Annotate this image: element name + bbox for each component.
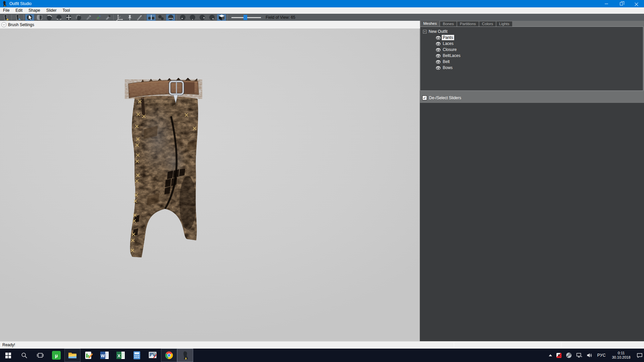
tree-item-label[interactable]: Bows: [442, 65, 453, 70]
kaspersky-icon[interactable]: K: [556, 353, 561, 358]
toggle-connected-only-button[interactable]: [156, 14, 165, 21]
utorrent-button[interactable]: µ: [48, 349, 64, 362]
camera-left-button[interactable]: [198, 14, 207, 21]
tree-item-label[interactable]: Closure: [442, 47, 458, 52]
tab-lights[interactable]: Lights: [496, 21, 512, 26]
file-explorer-button[interactable]: [64, 349, 80, 362]
deflate-brush-button[interactable]: [54, 14, 63, 21]
toolbar-separator: [176, 14, 177, 20]
tree-item-closure[interactable]: Closure: [420, 47, 643, 53]
taskbar: µ: [0, 349, 644, 362]
toolbar-separator: [145, 14, 145, 20]
search-button[interactable]: [16, 349, 32, 362]
save-project-button[interactable]: [13, 14, 22, 21]
word-button[interactable]: W: [97, 349, 113, 362]
restore-button[interactable]: [614, 0, 629, 7]
vertex-tool-button[interactable]: [135, 14, 144, 21]
menu-tool[interactable]: Tool: [59, 7, 73, 13]
hidden-icons-chevron[interactable]: [549, 354, 552, 356]
clock-time: 0:11: [610, 351, 632, 355]
menu-bar: File Edit Shape Slider Tool: [0, 7, 644, 13]
utorrent-icon: µ: [52, 351, 61, 360]
tree-item-label[interactable]: Laces: [442, 41, 454, 46]
network-icon[interactable]: [576, 352, 582, 358]
menu-slider[interactable]: Slider: [43, 7, 60, 13]
steam-icon[interactable]: [566, 352, 572, 358]
viewport-3d[interactable]: [0, 28, 420, 341]
transform-tool-button[interactable]: [115, 14, 124, 21]
tab-meshes[interactable]: Meshes: [421, 21, 439, 26]
menu-edit[interactable]: Edit: [12, 7, 25, 13]
eye-icon[interactable]: [436, 54, 441, 58]
checkbox-checked-icon[interactable]: ✓: [422, 96, 427, 100]
eye-icon[interactable]: [436, 60, 441, 64]
pin-tool-button[interactable]: [125, 14, 134, 21]
svg-text:X: X: [117, 353, 120, 358]
camera-back-button[interactable]: [188, 14, 197, 21]
close-button[interactable]: [629, 0, 644, 7]
clock[interactable]: 0:11 30.10.2018: [610, 351, 632, 360]
image-viewer-button[interactable]: [145, 349, 161, 362]
camera-right-button[interactable]: [207, 14, 216, 21]
camera-front-button[interactable]: [178, 14, 187, 21]
minimize-button[interactable]: [599, 0, 614, 7]
inflate-brush-button[interactable]: [45, 14, 54, 21]
smooth-brush-button[interactable]: [74, 14, 83, 21]
move-brush-button[interactable]: [64, 14, 73, 21]
eye-icon[interactable]: [436, 48, 441, 52]
menu-file[interactable]: File: [0, 7, 12, 13]
tree-collapse-icon[interactable]: −: [423, 30, 427, 34]
mask-brush-button[interactable]: [35, 14, 44, 21]
volume-icon[interactable]: [587, 352, 593, 358]
select-tool-button[interactable]: [25, 14, 34, 21]
toggle-x-mirror-button[interactable]: [147, 14, 156, 21]
window-title: Outfit Studio: [9, 1, 32, 6]
language-indicator[interactable]: РУС: [597, 353, 606, 358]
notepad-button[interactable]: [80, 349, 97, 362]
bodyslide-icon: [181, 351, 189, 359]
deselect-sliders-header[interactable]: ✓ De-/Select Sliders: [420, 93, 644, 103]
field-of-view-slider[interactable]: [231, 14, 261, 20]
toggle-perspective-button[interactable]: [217, 14, 226, 21]
tree-item-laces[interactable]: Laces: [420, 41, 643, 47]
alpha-brush-button[interactable]: [103, 14, 112, 21]
sliders-panel[interactable]: [420, 103, 644, 341]
excel-button[interactable]: X: [113, 349, 129, 362]
tab-colors[interactable]: Colors: [479, 21, 496, 26]
word-icon: W: [100, 351, 109, 360]
color-brush-button[interactable]: [93, 14, 102, 21]
brush-settings-header[interactable]: Brush Settings: [0, 21, 420, 28]
tree-item-bows[interactable]: Bows: [420, 65, 643, 71]
eye-icon[interactable]: [436, 66, 441, 70]
toolbar-separator: [23, 14, 24, 20]
action-center-icon[interactable]: [637, 352, 643, 358]
bodyslide-app-button[interactable]: [177, 349, 193, 362]
tree-item-label[interactable]: Belt: [442, 59, 451, 64]
eye-icon[interactable]: [436, 36, 441, 40]
tree-item-beltlaces[interactable]: BeltLaces: [420, 53, 643, 59]
tree-item-label[interactable]: BeltLaces: [442, 53, 462, 58]
status-pane-separator: [561, 343, 561, 348]
load-project-button[interactable]: [1, 14, 10, 21]
tab-partitions[interactable]: Partitions: [457, 21, 479, 26]
tree-item-pants[interactable]: Pants: [420, 35, 643, 41]
weight-brush-button[interactable]: [84, 14, 93, 21]
start-button[interactable]: [0, 349, 16, 362]
eye-icon[interactable]: [436, 42, 441, 46]
left-pane: Brush Settings: [0, 21, 420, 341]
tab-bones[interactable]: Bones: [440, 21, 457, 26]
calculator-button[interactable]: [129, 349, 145, 362]
tree-item-belt[interactable]: Belt: [420, 59, 643, 65]
system-tray: K: [549, 349, 643, 362]
task-view-button[interactable]: [32, 349, 48, 362]
slider-handle[interactable]: [244, 15, 247, 20]
menu-shape[interactable]: Shape: [25, 7, 43, 13]
toggle-global-brush-button[interactable]: [166, 14, 175, 21]
title-bar[interactable]: Outfit Studio: [0, 0, 644, 7]
tree-item-label[interactable]: Pants: [442, 35, 454, 40]
chevron-down-icon[interactable]: [1, 22, 6, 27]
chrome-button[interactable]: [161, 349, 177, 362]
status-pane-separator: [454, 343, 454, 348]
tree-root-row[interactable]: − New Outfit: [420, 28, 643, 35]
brush-settings-label: Brush Settings: [8, 22, 34, 27]
